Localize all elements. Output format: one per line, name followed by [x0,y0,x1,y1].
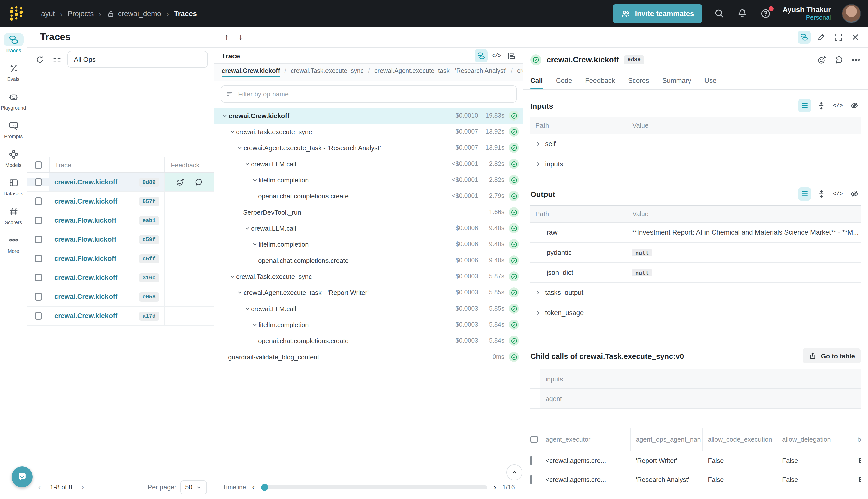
tab-use[interactable]: Use [704,71,716,89]
input-row-self[interactable]: self [531,134,861,154]
sidebar-item-more[interactable]: More [0,234,27,254]
call-tree-row[interactable]: litellm.completion <$0.0001 2.82s [214,172,523,188]
chevron-right-icon[interactable] [535,161,541,167]
trace-link[interactable]: crewai.Flow.kickoff [54,236,116,243]
sidebar-item-playground[interactable]: Playground [0,90,27,111]
row-checkbox[interactable] [34,217,42,224]
call-tree-row[interactable]: openai.chat.completions.create $0.0006 9… [214,252,523,268]
tab-code[interactable]: Code [556,71,572,89]
row-checkbox[interactable] [34,255,42,262]
table-row[interactable]: crewai.Crew.kickoff316c [27,268,214,288]
chevron-down-icon[interactable] [244,161,250,167]
sidebar-item-prompts[interactable]: Prompts [0,119,27,139]
fullscreen-button[interactable] [832,31,845,44]
call-tree-row[interactable]: crewai.Task.execute_sync $0.0003 5.87s [214,268,523,284]
columns-filter-button[interactable] [50,53,63,66]
timeline-slider-handle[interactable] [261,484,268,491]
output-row-pydantic[interactable]: pydantic null [531,243,861,263]
output-row-tasks-output[interactable]: tasks_output [531,283,861,303]
breadcrumb-project[interactable]: crewai_demo [107,9,161,18]
chevron-down-icon[interactable] [229,129,235,134]
call-tree-row[interactable]: crewai.Agent.execute_task - 'Report Writ… [214,284,523,301]
chevron-down-icon[interactable] [252,242,258,247]
notifications-bell-icon[interactable] [736,8,748,20]
table-row[interactable]: <crewai.agents.cre... 'Report Writer' Fa… [531,451,861,470]
trace-column-header[interactable]: Trace [49,157,164,172]
row-checkbox[interactable] [34,179,42,186]
tree-view-button[interactable] [475,49,488,62]
column-agent-executor[interactable]: agent_executor [541,428,631,451]
call-tree-row[interactable]: crewai.Crew.kickoff $0.0010 19.83s [214,108,523,124]
refresh-button[interactable] [33,53,46,66]
call-tree-row[interactable]: crewai.Agent.execute_task - 'Research An… [214,140,523,156]
code-view-button[interactable]: </> [490,49,503,62]
call-tree-row[interactable]: SerperDevTool._run 1.66s [214,204,523,220]
input-row-inputs[interactable]: inputs [531,154,861,174]
call-tree-row[interactable]: crewai.LLM.call $0.0006 9.40s [214,220,523,236]
sidebar-item-traces[interactable]: Traces [0,33,27,53]
table-row[interactable]: crewai.Crew.kickoff657f [27,192,214,211]
timeline-next-button[interactable]: › [494,483,496,492]
next-trace-button[interactable]: ↓ [239,33,243,42]
add-reaction-icon[interactable] [175,178,185,187]
column-agent-ops-agent-name[interactable]: agent_ops_agent_nan [631,428,703,451]
trace-link[interactable]: crewai.Crew.kickoff [54,179,117,186]
chevron-right-icon[interactable] [535,290,541,295]
chevron-down-icon[interactable] [229,273,235,279]
help-icon[interactable] [759,8,771,20]
row-checkbox[interactable] [34,197,42,205]
op-filter-input[interactable] [238,90,511,98]
call-tree-row[interactable]: crewai.LLM.call <$0.0001 2.82s [214,156,523,172]
prev-trace-button[interactable]: ↑ [224,33,228,42]
list-view-button[interactable] [798,187,811,200]
trace-link[interactable]: crewai.Flow.kickoff [54,217,116,224]
go-to-table-button[interactable]: Go to table [803,348,861,363]
hide-values-button[interactable] [848,99,861,112]
row-checkbox[interactable] [531,475,532,484]
invite-teammates-button[interactable]: Invite teammates [613,4,702,23]
tab-feedback[interactable]: Feedback [585,71,615,89]
avatar[interactable] [842,4,861,23]
column-allow-code-execution[interactable]: allow_code_execution [703,428,777,451]
call-tree-row[interactable]: guardrail-validate_blog_content 0ms [214,349,523,365]
table-row[interactable]: <crewai.agents.cre... 'Research Analyst'… [531,470,861,489]
add-reaction-icon[interactable] [817,54,827,64]
table-row[interactable]: crewai.Crew.kickoffa17d [27,306,214,326]
comment-icon[interactable] [194,178,203,187]
row-checkbox[interactable] [34,274,42,281]
prev-page-button[interactable]: ‹ [34,482,45,492]
output-row-raw[interactable]: raw **Investment Report: AI in Chemical … [531,223,861,243]
chat-support-button[interactable] [12,466,33,487]
table-row[interactable]: crewai.Crew.kickoff9d89 [27,173,214,192]
select-all-checkbox[interactable] [531,436,538,443]
close-button[interactable] [849,31,862,44]
call-tree-row[interactable]: litellm.completion $0.0003 5.84s [214,317,523,333]
tab-scores[interactable]: Scores [628,71,649,89]
expand-rows-button[interactable] [815,99,828,112]
call-tree-row[interactable]: openai.chat.completions.create $0.0003 5… [214,333,523,349]
chevron-down-icon[interactable] [237,290,243,295]
search-icon[interactable] [713,8,726,20]
scroll-to-top-button[interactable] [506,464,522,480]
row-checkbox[interactable] [531,456,532,465]
path-tab[interactable]: crewai.Crew.kickoff [222,67,280,79]
select-all-checkbox[interactable] [34,161,42,169]
edit-button[interactable] [815,31,828,44]
list-view-button[interactable] [798,99,811,112]
sidebar-item-evals[interactable]: Evals [0,62,27,82]
json-view-button[interactable]: </> [831,99,844,112]
path-tab[interactable]: crewai.Task.execute_sync [291,67,364,79]
sidebar-item-datasets[interactable]: Datasets [0,177,27,196]
row-checkbox[interactable] [34,312,42,320]
column-backstory[interactable]: b [853,428,861,451]
call-tree-row[interactable]: litellm.completion $0.0006 9.40s [214,236,523,252]
path-tab[interactable]: crewai.LLM.cal [517,67,523,79]
call-tree-row[interactable]: crewai.Task.execute_sync $0.0007 13.92s [214,124,523,140]
breadcrumb-user[interactable]: ayut [41,10,55,17]
per-page-select[interactable]: 50 [180,480,207,494]
chevron-down-icon[interactable] [222,113,227,118]
sidebar-item-scorers[interactable]: Scorers [0,205,27,225]
sidebar-item-models[interactable]: Models [0,148,27,168]
table-row[interactable]: crewai.Flow.kickoffeab1 [27,211,214,230]
table-row[interactable]: crewai.Crew.kickoffe058 [27,288,214,306]
